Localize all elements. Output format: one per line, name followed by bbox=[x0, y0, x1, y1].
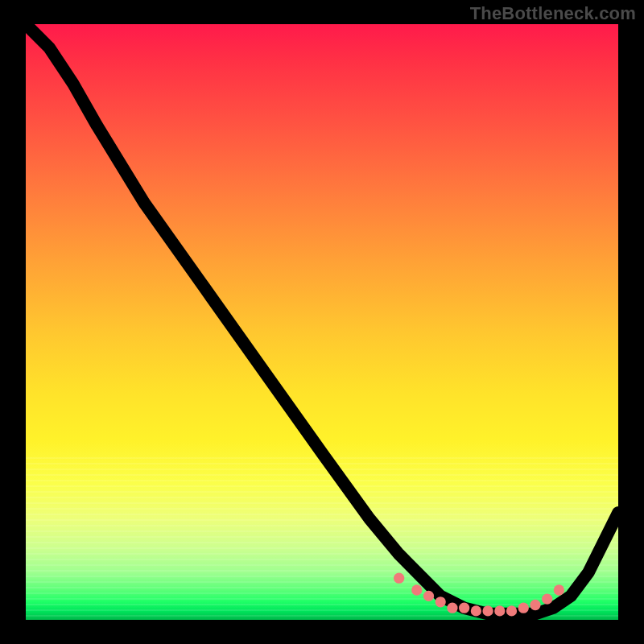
bottleneck-curve bbox=[26, 24, 618, 614]
dot bbox=[394, 573, 404, 584]
curve-svg bbox=[26, 24, 618, 620]
dot bbox=[471, 605, 481, 616]
dot bbox=[554, 584, 564, 595]
plot-area bbox=[26, 24, 618, 620]
flat-region-dots bbox=[394, 573, 564, 617]
dot bbox=[482, 605, 493, 616]
dot bbox=[518, 603, 529, 613]
dot bbox=[436, 597, 446, 607]
watermark-text: TheBottleneck.com bbox=[470, 3, 636, 24]
dot bbox=[423, 591, 434, 601]
bottom-stripes bbox=[26, 453, 618, 620]
dot bbox=[459, 603, 469, 613]
chart-frame: TheBottleneck.com bbox=[0, 0, 644, 644]
dot bbox=[530, 600, 540, 610]
dot bbox=[506, 605, 517, 616]
dot bbox=[542, 593, 552, 604]
dot bbox=[411, 584, 422, 595]
dot bbox=[494, 605, 505, 616]
dot bbox=[447, 603, 457, 613]
